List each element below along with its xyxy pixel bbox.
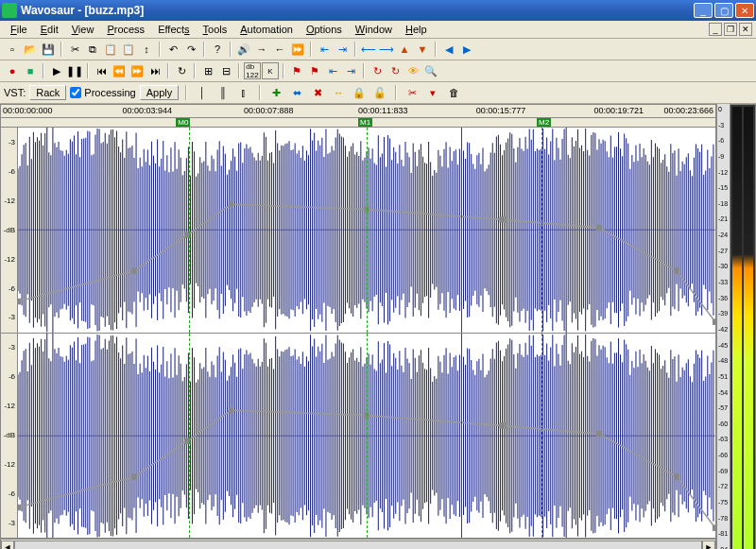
fastfwd-button[interactable]: ⏩ [129, 62, 146, 79]
selend-button[interactable]: ⇥ [334, 41, 351, 58]
close-button[interactable]: ✕ [735, 3, 754, 18]
loop-del-button[interactable]: ↻ [387, 62, 404, 79]
mark-right-button[interactable]: ⇥ [342, 62, 359, 79]
goright-button[interactable]: ⟶ [378, 41, 395, 58]
stop-button[interactable]: ■ [22, 62, 39, 79]
tri2-button[interactable]: ▼ [414, 41, 431, 58]
eye-icon[interactable]: 👁 [404, 62, 421, 79]
env-del-button[interactable]: ✖ [309, 84, 326, 101]
menu-edit[interactable]: Edit [34, 22, 65, 37]
sync2-button[interactable]: ⊟ [217, 62, 234, 79]
playback-cursor[interactable] [461, 334, 462, 539]
play-button[interactable]: ▶ [48, 62, 65, 79]
waveform-channel-right[interactable] [18, 334, 715, 539]
time-tick: 00:00:00:000 [3, 106, 53, 115]
menu-help[interactable]: Help [399, 22, 434, 37]
env-trash-button[interactable]: 🗑 [445, 84, 462, 101]
svg-rect-19 [713, 524, 715, 530]
tri1-button[interactable]: ▲ [396, 41, 413, 58]
mark-del-button[interactable]: ⚑ [306, 62, 323, 79]
menu-view[interactable]: View [65, 22, 101, 37]
volume-button[interactable]: 🔊 [235, 41, 252, 58]
svg-rect-9 [713, 318, 715, 324]
svg-rect-2 [131, 267, 137, 273]
copy-button[interactable]: ⧉ [84, 41, 101, 58]
vst-rack-button[interactable]: Rack [29, 85, 66, 100]
mark-add-button[interactable]: ⚑ [288, 62, 305, 79]
env-unlock-button[interactable]: 🔓 [371, 84, 388, 101]
kick-button[interactable]: K [262, 62, 279, 79]
scroll-right-button[interactable]: ► [702, 540, 715, 550]
menu-tools[interactable]: Tools [197, 22, 234, 37]
svg-rect-7 [596, 225, 602, 231]
horizontal-scrollbar[interactable]: ◄ ► [1, 539, 715, 549]
nav-l-button[interactable]: ← [271, 41, 288, 58]
env-line1-icon[interactable]: │ [194, 84, 211, 101]
open-button[interactable]: 📂 [22, 41, 39, 58]
tri4-button[interactable]: ▶ [458, 41, 475, 58]
menu-window[interactable]: Window [349, 22, 399, 37]
selstart-button[interactable]: ⇤ [316, 41, 333, 58]
new-button[interactable]: ▫ [4, 41, 21, 58]
env-cut-button[interactable]: ✂ [404, 84, 421, 101]
env-sel-button[interactable]: ↔ [330, 84, 347, 101]
minimize-button[interactable]: _ [694, 3, 713, 18]
zoom-button[interactable]: 🔍 [422, 62, 439, 79]
time-ruler[interactable]: 00:00:00:000 00:00:03:944 00:00:07:888 0… [1, 105, 715, 118]
marker-line [541, 128, 542, 333]
tri3-button[interactable]: ◀ [440, 41, 457, 58]
scroll-left-button[interactable]: ◄ [1, 540, 14, 550]
vst-apply-button[interactable]: Apply [140, 85, 180, 100]
env-move-button[interactable]: ⬌ [288, 84, 305, 101]
skip-prev-button[interactable]: ⏮ [93, 62, 110, 79]
menu-automation[interactable]: Automation [233, 22, 300, 37]
goleft-button[interactable]: ⟵ [360, 41, 377, 58]
cut-button[interactable]: ✂ [66, 41, 83, 58]
marker-m2[interactable]: M2 [537, 118, 551, 127]
menu-process[interactable]: Process [100, 22, 151, 37]
loop-add-button[interactable]: ↻ [369, 62, 386, 79]
marker-m0[interactable]: M0 [176, 118, 190, 127]
env-line2-icon[interactable]: ║ [215, 84, 232, 101]
nav-r-button[interactable]: → [253, 41, 270, 58]
svg-rect-16 [499, 422, 505, 428]
paste2-button[interactable]: 📋 [120, 41, 137, 58]
redo-button[interactable]: ↷ [182, 41, 199, 58]
pause-button[interactable]: ❚❚ [66, 62, 83, 79]
menu-effects[interactable]: Effects [151, 22, 196, 37]
mdi-close[interactable]: ✕ [739, 23, 752, 36]
mdi-restore[interactable]: ❐ [724, 23, 737, 36]
undo-button[interactable]: ↶ [164, 41, 181, 58]
loop-button[interactable]: ↻ [173, 62, 190, 79]
title-bar: Wavosaur - [buzz.mp3] _ ▢ ✕ [0, 0, 756, 21]
svg-rect-11 [18, 504, 21, 509]
swap-button[interactable]: ↕ [138, 41, 155, 58]
sync1-button[interactable]: ⊞ [199, 62, 216, 79]
waveform-channel-left[interactable] [18, 128, 715, 333]
env-lock-button[interactable]: 🔒 [351, 84, 368, 101]
env-add-button[interactable]: ✚ [267, 84, 284, 101]
menu-file[interactable]: File [4, 22, 34, 37]
maximize-button[interactable]: ▢ [714, 3, 733, 18]
marker-m1[interactable]: M1 [358, 118, 372, 127]
mdi-minimize[interactable]: _ [709, 23, 722, 36]
help-button[interactable]: ? [209, 41, 226, 58]
bass-button[interactable]: db122 [244, 62, 261, 79]
paste-button[interactable]: 📋 [102, 41, 119, 58]
rewind-button[interactable]: ⏪ [111, 62, 128, 79]
app-icon [2, 3, 17, 18]
vst-processing-check[interactable]: Processing [70, 87, 135, 98]
env-line3-icon[interactable]: ⫿ [235, 84, 252, 101]
skip-next-button[interactable]: ⏭ [146, 62, 163, 79]
mark-left-button[interactable]: ⇤ [324, 62, 341, 79]
playback-cursor[interactable] [461, 128, 462, 333]
ffwd-button[interactable]: ⏩ [289, 41, 306, 58]
menu-options[interactable]: Options [300, 22, 349, 37]
env-down-button[interactable]: ▾ [424, 84, 441, 101]
record-button[interactable]: ● [4, 62, 21, 79]
scroll-track[interactable] [14, 540, 702, 550]
db-scale-right: -3-6-12-dB-12-6-3 [1, 334, 18, 539]
marker-bar[interactable]: M0 M1 M2 [1, 118, 715, 128]
marker-line [189, 334, 190, 539]
save-button[interactable]: 💾 [40, 41, 57, 58]
